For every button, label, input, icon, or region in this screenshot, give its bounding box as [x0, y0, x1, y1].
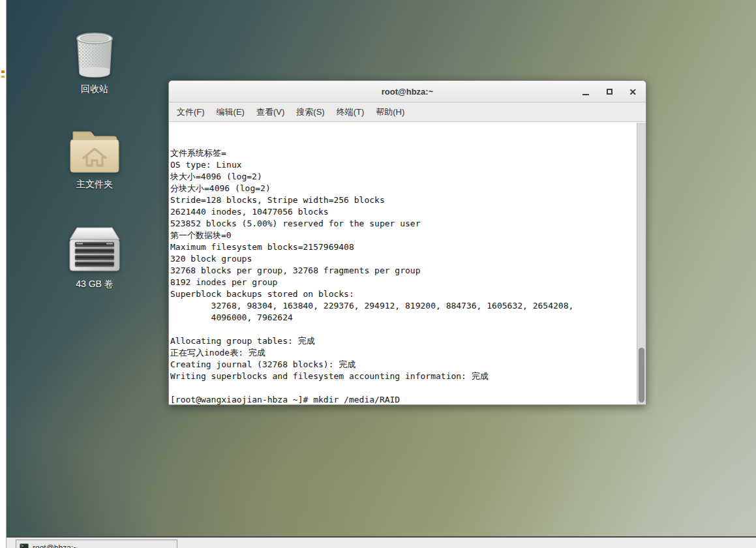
terminal-line: [170, 382, 636, 394]
close-icon: ✕: [629, 87, 637, 97]
terminal-line: 正在写入inode表: 完成: [170, 347, 636, 359]
menu-item[interactable]: 终端(T): [331, 103, 370, 121]
taskbar-task-label: root@hbza:~: [33, 543, 78, 548]
vm-edge-strip: [0, 0, 7, 548]
trash-icon: [73, 29, 116, 81]
menu-item[interactable]: 搜索(S): [290, 103, 330, 121]
window-titlebar[interactable]: root@hbza:~ ✕: [169, 81, 646, 102]
terminal-line: [root@wangxiaojian-hbza ~]# mkdir /media…: [170, 394, 636, 404]
desktop-icon-trash[interactable]: 回收站: [52, 29, 138, 95]
terminal-line: [170, 324, 636, 335]
terminal-line: Stride=128 blocks, Stripe width=256 bloc…: [170, 194, 636, 206]
home-folder-icon: [68, 128, 121, 176]
window-title: root@hbza:~: [169, 81, 646, 102]
menu-item[interactable]: 编辑(E): [211, 103, 250, 121]
window-controls: ✕: [578, 81, 641, 102]
terminal-line: 分块大小=4096 (log=2): [170, 183, 636, 194]
terminal-line: Creating journal (32768 blocks): 完成: [170, 359, 636, 371]
taskbar: root@hbza:~: [7, 536, 756, 548]
minimize-button[interactable]: [578, 84, 594, 100]
terminal-line: 523852 blocks (5.00%) reserved for the s…: [170, 218, 636, 230]
minimize-icon: [582, 94, 589, 95]
terminal-line: 4096000, 7962624: [170, 312, 636, 324]
terminal-window: root@hbza:~ ✕ 文件(F)编辑(E)查看(V)搜索(S)终端(T)帮…: [168, 80, 646, 405]
edge-artifact-mark: [1, 70, 5, 73]
terminal-line: 2621440 inodes, 10477056 blocks: [170, 206, 636, 218]
desktop-background: 回收站 主文件夹: [0, 0, 756, 548]
terminal-line: 第一个数据块=0: [170, 230, 636, 241]
terminal-line: Maximum filesystem blocks=2157969408: [170, 241, 636, 253]
desktop-icon-label: 回收站: [81, 84, 108, 95]
desktop-icon-volume[interactable]: 43 GB 卷: [52, 222, 138, 290]
desktop-icon-label: 主文件夹: [76, 179, 113, 190]
scrollbar-thumb[interactable]: [639, 348, 644, 403]
terminal-scrollbar[interactable]: [637, 123, 646, 404]
drive-volume-icon: [68, 222, 121, 276]
taskbar-task-button[interactable]: root@hbza:~: [16, 540, 177, 548]
terminal-line: 320 block groups: [170, 253, 636, 265]
maximize-button[interactable]: [601, 84, 617, 100]
terminal-line: 32768, 98304, 163840, 229376, 294912, 81…: [170, 300, 636, 312]
menu-item[interactable]: 查看(V): [250, 103, 290, 121]
terminal-line: Allocating group tables: 完成: [170, 335, 636, 347]
terminal-line: 块大小=4096 (log=2): [170, 171, 636, 183]
terminal-menubar: 文件(F)编辑(E)查看(V)搜索(S)终端(T)帮助(H): [169, 102, 646, 122]
desktop-icon-label: 43 GB 卷: [76, 279, 113, 290]
terminal-area: 文件系统标签=OS type: Linux块大小=4096 (log=2)分块大…: [169, 123, 646, 404]
close-button[interactable]: ✕: [625, 84, 641, 100]
terminal-screen[interactable]: 文件系统标签=OS type: Linux块大小=4096 (log=2)分块大…: [170, 124, 636, 404]
terminal-line: Writing superblocks and filesystem accou…: [170, 371, 636, 382]
terminal-task-icon: [20, 543, 29, 548]
terminal-line: 8192 inodes per group: [170, 277, 636, 288]
terminal-line: Superblock backups stored on blocks:: [170, 288, 636, 300]
menu-item[interactable]: 帮助(H): [370, 103, 410, 121]
terminal-line: 32768 blocks per group, 32768 fragments …: [170, 265, 636, 277]
desktop-icon-home-folder[interactable]: 主文件夹: [52, 128, 138, 190]
maximize-icon: [607, 89, 612, 95]
terminal-line: 文件系统标签=: [170, 147, 636, 159]
edge-artifact-mark: [1, 76, 5, 78]
terminal-line: OS type: Linux: [170, 159, 636, 171]
menu-item[interactable]: 文件(F): [171, 103, 211, 121]
